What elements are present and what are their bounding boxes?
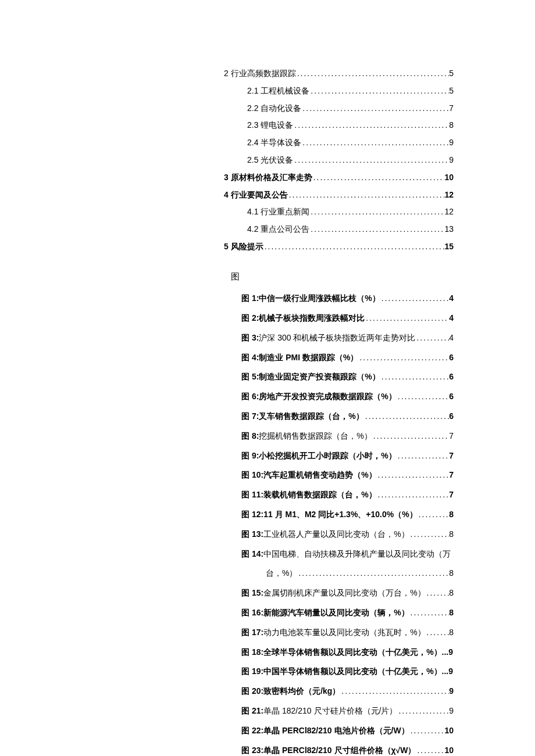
- figure-title: 制造业 PMI 数据跟踪（%）: [259, 351, 358, 365]
- figure-prefix: 图 6:: [241, 390, 259, 404]
- toc-dots: [312, 171, 445, 185]
- toc-row: 2.4 半导体设备9: [224, 136, 454, 150]
- figure-title: 装载机销售数据跟踪（台，%）: [263, 488, 376, 502]
- toc-dots: [288, 188, 445, 202]
- figure-prefix: 图 22:: [241, 724, 263, 738]
- figure-page: 6: [449, 410, 454, 424]
- toc-dots: [365, 311, 449, 325]
- toc-dots: [301, 136, 449, 150]
- toc-label: 2.5 光伏设备: [247, 153, 293, 167]
- figure-row: 图 20:致密料均价（元/kg）9: [224, 685, 454, 698]
- figure-page: 9: [449, 685, 454, 698]
- toc-dots: [397, 449, 449, 463]
- toc-row: 3 原材料价格及汇率走势10: [224, 171, 454, 185]
- figure-page: 4: [449, 331, 454, 345]
- figure-prefix: 图 15:: [241, 586, 263, 600]
- figure-row: 图 11:装载机销售数据跟踪（台，%）7: [224, 488, 454, 502]
- figure-title: 中国电梯、自动扶梯及升降机产量以及同比变动（万: [263, 547, 451, 561]
- toc-dots: [416, 744, 444, 756]
- toc-label: 5 风险提示: [224, 240, 263, 254]
- figure-title: 中国半导体销售额以及同比变动（十亿美元，%）: [263, 665, 441, 679]
- toc-row: 2 行业高频数据跟踪5: [224, 67, 454, 81]
- toc-dots: [309, 223, 444, 237]
- figure-prefix: 图 10:: [241, 468, 263, 482]
- figure-prefix: 图 4:: [241, 351, 259, 365]
- figure-prefix: 图 14:: [241, 547, 263, 561]
- figure-prefix: 图 3:: [241, 331, 259, 345]
- toc-dots: [418, 508, 450, 522]
- figure-row: 图 23:单晶 PERCl82/210 尺寸组件价格（χ√W）10: [224, 744, 454, 756]
- figure-title: 叉车销售数据跟踪（台，%）: [259, 410, 363, 424]
- toc-label: 4.2 重点公司公告: [247, 223, 309, 237]
- toc-dots: [415, 331, 449, 345]
- toc-dots: [397, 704, 449, 718]
- figure-prefix: 图 18:: [241, 646, 263, 660]
- figure-row: 图 3:沪深 300 和机械子板块指数近两年走势对比4: [224, 331, 454, 345]
- toc-page: 8: [449, 119, 454, 132]
- toc-dots: [397, 390, 449, 404]
- toc-dots: [293, 153, 449, 167]
- figure-title: 11 月 M1、M2 同比+1.3%、+10.0%（%）: [263, 508, 418, 522]
- figure-page: 4: [449, 292, 454, 306]
- toc-row: 2.5 光伏设备9: [224, 153, 454, 167]
- figure-title: 全球半导体销售额以及同比变动（十亿美元，%）: [263, 646, 441, 660]
- figure-row: 图 21:单晶 182/210 尺寸硅片价格（元/片）9: [224, 704, 454, 718]
- toc-dots: [293, 119, 449, 132]
- toc-dots: [340, 685, 449, 698]
- figure-row: 图 1:中信一级行业周涨跌幅比枝（%）4: [224, 292, 454, 306]
- figure-title: 挖掘机销售数据跟踪（台，%）: [259, 429, 372, 443]
- figure-page: 10: [444, 724, 454, 738]
- figures-list: 图 1:中信一级行业周涨跌幅比枝（%）4图 2:机械子板块指数周涨跌幅对比4图 …: [224, 292, 454, 756]
- figure-title: 金属切削机床产量以及同比变动（万台，%）: [263, 586, 425, 600]
- figure-row: 图 12:11 月 M1、M2 同比+1.3%、+10.0%（%）8: [224, 508, 454, 522]
- toc-dots: [358, 351, 449, 365]
- toc-dots: [409, 724, 445, 738]
- toc-label: 2 行业高频数据跟踪: [224, 67, 296, 81]
- figure-title: 单晶 PERCl82/210 电池片价格（元/W）: [263, 724, 409, 738]
- figure-row: 图 7:叉车销售数据跟踪（台，%）6: [224, 410, 454, 424]
- toc-row: 5 风险提示15: [224, 240, 454, 254]
- figure-prefix: 图 13:: [241, 528, 263, 542]
- toc-page: 5: [449, 67, 454, 81]
- toc-dots: [426, 626, 450, 640]
- toc-label: 4.1 行业重点新闻: [247, 205, 309, 219]
- figure-row: 图 18:全球半导体销售额以及同比变动（十亿美元，%） ...9: [224, 646, 454, 660]
- toc-dots: [372, 429, 449, 443]
- figure-prefix: 图 5:: [241, 370, 259, 384]
- figure-prefix: 图 16:: [241, 606, 263, 620]
- toc-dots: [426, 586, 450, 600]
- figure-page: 8: [449, 508, 454, 522]
- figure-row: 图 4:制造业 PMI 数据跟踪（%）6: [224, 351, 454, 365]
- figure-page: 8: [449, 626, 454, 640]
- toc-dots: [309, 84, 449, 98]
- figure-row: 图 19:中国半导体销售额以及同比变动（十亿美元，%） ...9: [224, 665, 454, 679]
- toc-label: 2.4 半导体设备: [247, 136, 301, 150]
- figure-title: 新能源汽车销量以及同比变动（辆，%）: [263, 606, 409, 620]
- toc-page: 12: [444, 188, 454, 202]
- figure-row-cont: 台，%）8: [224, 567, 454, 581]
- figure-page: 7: [449, 488, 454, 502]
- figure-page: 7: [449, 468, 454, 482]
- figure-title: 单晶 182/210 尺寸硅片价格（元/片）: [263, 704, 397, 718]
- figure-row: 图 14:中国电梯、自动扶梯及升降机产量以及同比变动（万: [224, 547, 454, 561]
- figure-row: 图 17:动力电池装车量以及同比变动（兆瓦时，%）8: [224, 626, 454, 640]
- figure-row: 图 9:小松挖掘机开工小时跟踪（小时，%）7: [224, 449, 454, 463]
- figure-prefix: 图 20:: [241, 685, 263, 698]
- figure-row: 图 10:汽车起重机销售变动趋势（%）7: [224, 468, 454, 482]
- figure-title: 致密料均价（元/kg）: [263, 685, 340, 698]
- toc-label: 3 原材料价格及汇率走势: [224, 171, 312, 185]
- toc-label: 4 行业要闻及公告: [224, 188, 288, 202]
- toc-dots: [380, 370, 449, 384]
- figure-title: 房地产开发投资完成额数据跟踪（%）: [259, 390, 396, 404]
- figure-row: 图 13:工业机器人产量以及同比变动（台，%）8: [224, 528, 454, 542]
- toc-page: 12: [444, 205, 454, 219]
- toc-dots: [409, 606, 450, 620]
- toc-dots: [301, 102, 449, 116]
- toc-dots: [309, 205, 444, 219]
- toc-label: 2.2 自动化设备: [247, 102, 301, 116]
- figure-title-cont: 台，%）: [266, 567, 297, 581]
- toc-label: 2.1 工程机械设备: [247, 84, 309, 98]
- figure-prefix: 图 7:: [241, 410, 259, 424]
- figure-page: 9: [449, 704, 454, 718]
- toc-row: 2.3 锂电设备8: [224, 119, 454, 132]
